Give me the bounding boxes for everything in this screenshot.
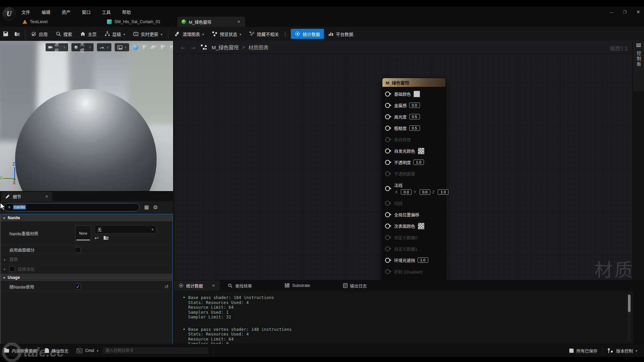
preview-shape-plane-button[interactable] (151, 44, 157, 51)
show-flags-button[interactable] (97, 43, 111, 51)
back-arrow-icon[interactable]: ← (180, 44, 186, 51)
pin-specular[interactable]: 高光度 0.5 (382, 111, 445, 122)
clean-graph-button[interactable]: 清理图表 (171, 29, 208, 39)
used-with-nanite-checkbox[interactable] (75, 284, 81, 290)
pin-pixel-depth-offset[interactable]: 像素深度偏移 (382, 277, 445, 280)
preview-state-button[interactable]: 预览状态 (208, 29, 245, 39)
pin-value-box[interactable]: 0.5 (409, 114, 420, 119)
input-pin-icon[interactable] (385, 186, 390, 191)
pin-normal[interactable]: 法线 X 0.0 Y 0.0 Z 1.0 (382, 179, 445, 197)
gear-icon[interactable] (153, 204, 158, 210)
displacement-fade-checkbox[interactable] (9, 266, 15, 272)
preview-shape-sphere-button[interactable] (132, 44, 139, 51)
section-nanite[interactable]: Nanite (1, 214, 172, 222)
tab-material-active[interactable]: M_绿色窗帘 (177, 17, 245, 27)
preview-scene-button[interactable] (115, 43, 129, 51)
menu-asset[interactable]: 资产 (62, 9, 70, 15)
section-usage[interactable]: Usage (1, 274, 172, 282)
pin-value-box[interactable]: 1.0 (418, 257, 428, 263)
source-control-save-status[interactable]: 所有已保存 (565, 348, 601, 354)
tab-output-log[interactable]: 输出日志 (338, 281, 372, 291)
cmd-selector[interactable]: Cmd (72, 348, 102, 353)
content-drawer-button[interactable]: 内容侧滑菜单 (0, 348, 41, 354)
home-button[interactable]: 主页 (76, 29, 101, 39)
hierarchy-button[interactable]: 层级 (101, 29, 129, 39)
pin-subsurface-color[interactable]: 次表面颜色 (382, 220, 445, 232)
tessellation-checkbox[interactable] (75, 247, 81, 253)
preview-shape-cylinder-button[interactable] (142, 44, 148, 51)
breadcrumb-asset[interactable]: M_绿色窗帘 (212, 44, 239, 51)
tab-substrate[interactable]: Substrate (280, 281, 315, 291)
forward-arrow-icon[interactable]: → (191, 44, 196, 51)
save-button[interactable] (0, 29, 11, 39)
expand-arrow-icon[interactable] (4, 266, 6, 271)
pin-opacity[interactable]: 不透明度 1.0 (382, 157, 445, 168)
close-tab-icon[interactable] (237, 19, 240, 24)
preview-shape-custom-button[interactable] (170, 44, 173, 51)
pin-emissive-color[interactable]: 自发光颜色 (382, 145, 445, 157)
live-update-button[interactable]: 实时更新 (129, 29, 166, 39)
material-preview-viewport[interactable]: 透视 光照 (0, 41, 173, 191)
input-pin-icon[interactable] (385, 92, 390, 97)
vector-z-box[interactable]: 1.0 (438, 189, 448, 195)
tab-find-results[interactable]: 查找结果 (223, 281, 257, 291)
details-search-input[interactable]: nanite (4, 203, 140, 212)
breadcrumb-page[interactable]: 材质图表 (249, 44, 269, 51)
override-material-dropdown[interactable]: 无 (95, 225, 156, 234)
clear-search-icon[interactable] (8, 205, 11, 209)
stats-scrollbar[interactable] (628, 293, 631, 342)
platform-stats-button[interactable]: 平台数据 (324, 29, 357, 39)
view-mode-button[interactable]: 光照 (71, 43, 94, 51)
minimize-icon[interactable] (609, 9, 614, 14)
browse-to-asset-button[interactable] (11, 29, 23, 39)
menu-tools[interactable]: 工具 (102, 9, 111, 15)
input-pin-icon[interactable] (385, 160, 390, 165)
menu-window[interactable]: 窗口 (82, 9, 91, 15)
input-pin-icon[interactable] (385, 103, 390, 108)
preview-shape-cube-button[interactable] (160, 44, 166, 51)
pin-ambient-occlusion[interactable]: 环境光遮挡 1.0 (382, 254, 445, 266)
input-pin-icon[interactable] (385, 126, 390, 131)
input-pin-icon[interactable] (385, 212, 390, 217)
input-pin-icon[interactable] (385, 258, 390, 263)
vector-y-box[interactable]: 0.0 (420, 189, 430, 195)
console-command-input[interactable] (102, 347, 209, 355)
details-tab[interactable]: 细节 (1, 192, 52, 201)
unreal-logo-icon[interactable]: U (3, 7, 15, 20)
expand-arrow-icon[interactable] (4, 257, 6, 262)
menu-file[interactable]: 文件 (21, 9, 30, 15)
stats-output[interactable]: Base pass shader: 184 instructions Stats… (174, 293, 627, 344)
pin-roughness[interactable]: 粗糙度 0.5 (382, 122, 445, 134)
reset-to-default-icon[interactable] (164, 284, 168, 289)
pin-value-box[interactable]: 0.5 (409, 125, 420, 131)
pin-value-box[interactable]: 0.0 (409, 103, 420, 108)
tab-stats[interactable]: 统计数据 (174, 281, 220, 291)
close-details-icon[interactable] (45, 194, 48, 199)
menu-help[interactable]: 帮助 (122, 9, 131, 15)
hide-unrelated-button[interactable]: 隐藏不相关 (245, 29, 283, 39)
column-view-icon[interactable] (144, 204, 149, 210)
pin-base-color[interactable]: 基础颜色 (382, 88, 445, 100)
maximize-icon[interactable] (623, 9, 627, 14)
input-pin-icon[interactable] (385, 114, 390, 119)
vector-x-box[interactable]: 0.0 (401, 189, 412, 195)
scrollbar-thumb[interactable] (628, 295, 631, 312)
version-control-button[interactable]: 版本控制 (604, 348, 641, 354)
input-pin-icon[interactable] (385, 148, 390, 154)
material-result-node[interactable]: M_绿色窗帘 基础颜色 金属感 0.0 高光度 (382, 78, 446, 280)
browse-asset-icon[interactable] (103, 235, 109, 240)
tab-testlevel[interactable]: TestLevel (18, 17, 94, 27)
menu-edit[interactable]: 编辑 (42, 9, 50, 15)
close-tab-icon[interactable] (212, 284, 215, 288)
search-button[interactable]: 搜索 (52, 29, 76, 39)
tab-static-mesh[interactable]: SM_His_Sal_Curtain_01 (103, 17, 175, 27)
use-selected-asset-icon[interactable] (95, 235, 99, 241)
input-pin-icon[interactable] (385, 224, 390, 229)
material-graph-canvas[interactable]: ← → M_绿色窗帘 > 材质图表 缩放1:1 材质 M_绿色窗帘 (174, 41, 644, 280)
pin-value-box[interactable]: 1.0 (413, 160, 424, 165)
palette-tab[interactable]: 控制板 (633, 41, 644, 91)
pin-metallic[interactable]: 金属感 0.0 (382, 100, 445, 111)
apply-button[interactable]: 应用 (27, 29, 52, 39)
asset-thumbnail[interactable]: None (75, 225, 91, 241)
output-log-button[interactable]: 输出日志 (41, 348, 72, 354)
